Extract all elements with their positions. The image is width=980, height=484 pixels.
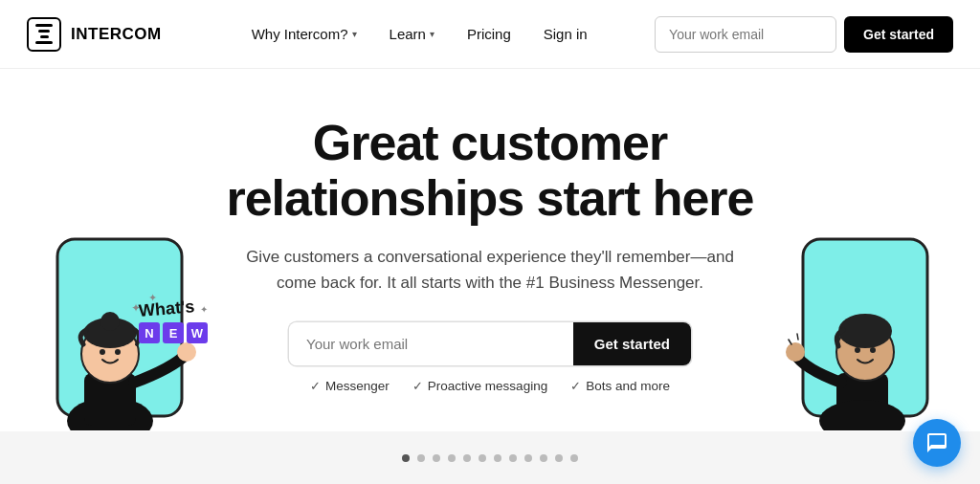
feature-proactive-messaging: ✓ Proactive messaging [412,379,547,393]
feature-messenger: ✓ Messenger [310,379,390,393]
logo[interactable]: INTERCOM [27,17,162,52]
logo-icon [27,17,61,52]
logo-text: INTERCOM [71,25,162,44]
checkmark-icon: ✓ [412,379,423,393]
svg-point-12 [786,342,805,362]
carousel-dot-3[interactable] [433,454,440,462]
nav-email-input[interactable] [655,16,836,53]
svg-point-15 [855,347,860,353]
nav-learn-label: Learn [390,26,426,42]
carousel-dot-1[interactable] [402,454,410,462]
hero-cta-form: Get started [289,322,691,365]
hero-email-input[interactable] [289,322,573,365]
carousel-dot-4[interactable] [448,454,456,462]
nav-learn[interactable]: Learn ▾ [376,18,448,50]
nav-signin-label: Sign in [544,26,588,42]
feature-proactive-messaging-label: Proactive messaging [428,379,547,393]
hero-get-started-button[interactable]: Get started [573,322,691,365]
whats-new-badge[interactable]: ✦ ✦ ✦ What's N E W [139,299,208,343]
nav-links: Why Intercom? ▾ Learn ▾ Pricing Sign in [238,18,655,50]
badge-n: N [139,322,160,343]
chevron-down-icon: ▾ [352,29,357,39]
hero-section: Great customer relationships start here … [0,69,980,393]
svg-point-14 [838,314,892,348]
carousel-dot-11[interactable] [555,454,563,462]
carousel-dot-7[interactable] [494,454,501,462]
feature-checklist: ✓ Messenger ✓ Proactive messaging ✓ Bots… [310,379,670,393]
whats-new-text: What's [138,297,208,321]
chevron-down-icon: ▾ [430,29,434,39]
chat-icon [925,431,948,454]
badge-w: W [187,322,208,343]
svg-point-7 [100,349,105,355]
nav-signin[interactable]: Sign in [530,18,601,50]
badge-e: E [163,322,184,343]
feature-bots-label: Bots and more [586,379,670,393]
carousel-dot-12[interactable] [570,454,578,462]
feature-bots: ✓ Bots and more [570,379,670,393]
svg-point-8 [115,349,121,355]
svg-point-16 [870,347,876,353]
carousel-dot-2[interactable] [417,454,425,462]
carousel-dot-5[interactable] [463,454,471,462]
svg-point-6 [100,312,120,331]
illustration-right [784,230,932,434]
checkmark-icon: ✓ [310,379,321,393]
new-badges: N E W [139,322,208,343]
navbar: INTERCOM Why Intercom? ▾ Learn ▾ Pricing… [0,0,980,69]
carousel-dot-8[interactable] [509,454,517,462]
nav-get-started-button[interactable]: Get started [844,16,953,53]
feature-messenger-label: Messenger [325,379,390,393]
nav-pricing[interactable]: Pricing [454,18,524,50]
nav-right-actions: Get started [655,16,953,53]
checkmark-icon: ✓ [570,379,581,393]
hero-title: Great customer relationships start here [165,115,815,226]
nav-why-intercom[interactable]: Why Intercom? ▾ [238,18,370,50]
carousel-dot-6[interactable] [479,454,486,462]
carousel-dot-10[interactable] [540,454,547,462]
hero-subtitle: Give customers a conversational experien… [236,245,744,296]
nav-why-intercom-label: Why Intercom? [252,26,348,42]
carousel-dot-9[interactable] [524,454,532,462]
svg-point-3 [177,342,196,362]
carousel-strip [0,431,980,484]
nav-pricing-label: Pricing [467,26,511,42]
chat-fab-button[interactable] [913,419,961,467]
